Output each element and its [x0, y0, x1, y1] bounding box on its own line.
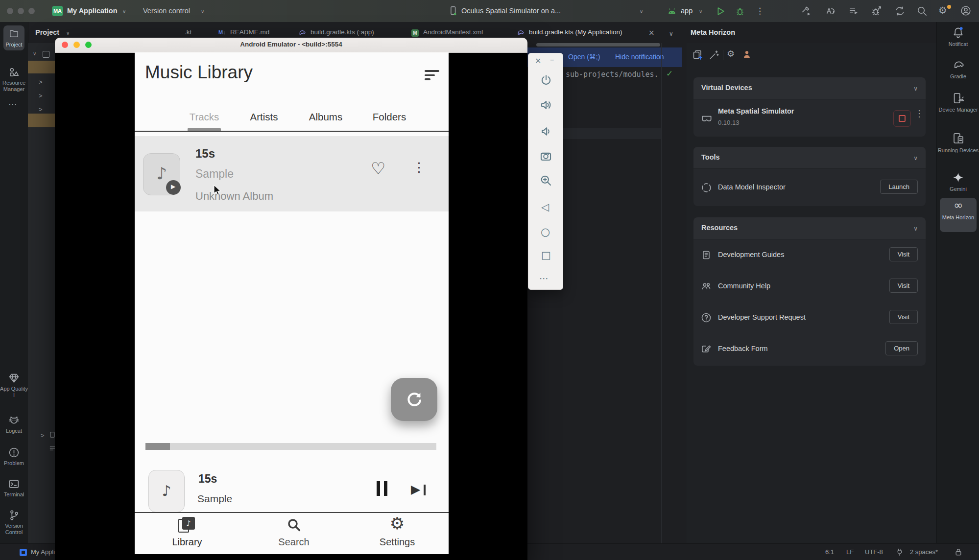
window-minimize-dim-icon[interactable]	[18, 8, 24, 14]
window-close-dim-icon[interactable]	[7, 8, 13, 14]
status-encoding[interactable]: UTF-8	[865, 548, 883, 556]
back-button[interactable]: ◁	[541, 201, 549, 213]
sidebar-item-app-quality[interactable]: App Quality I	[0, 386, 28, 398]
refresh-fab-button[interactable]	[391, 378, 437, 421]
tools-header[interactable]: Tools ∨	[693, 147, 926, 168]
more-options-button[interactable]: ⋯	[539, 273, 549, 283]
visit-button[interactable]: Visit	[889, 310, 918, 324]
tab-list-chevron-icon[interactable]: ∨	[669, 30, 673, 37]
notifications-bell-icon[interactable]	[952, 26, 965, 39]
track-menu-kebab-icon[interactable]: ⋮	[412, 160, 426, 175]
rerun-icon[interactable]	[825, 5, 836, 17]
visit-button[interactable]: Visit	[889, 279, 918, 293]
app-tab-artists[interactable]: Artists	[250, 111, 278, 123]
tab-kt[interactable]: .kt	[185, 28, 191, 36]
visit-button[interactable]: Visit	[889, 247, 918, 261]
overview-button[interactable]: □	[541, 249, 551, 261]
lock-icon[interactable]	[954, 548, 963, 557]
run-with-list-icon[interactable]	[848, 5, 860, 17]
running-devices-icon[interactable]	[952, 132, 965, 145]
app-tab-tracks[interactable]: Tracks	[190, 111, 219, 123]
sidebar-item-project[interactable]: Project	[3, 25, 24, 50]
magic-wand-icon[interactable]	[708, 49, 720, 61]
sidebar-item-problems[interactable]: Problem	[0, 460, 28, 467]
app-tab-albums[interactable]: Albums	[309, 111, 342, 123]
window-zoom-dim-icon[interactable]	[28, 8, 35, 14]
device-selector[interactable]: Oculus Spatial Simulator on a...	[461, 7, 561, 15]
inspection-ok-check-icon[interactable]: ✓	[666, 69, 673, 78]
editor-scrollbar[interactable]	[536, 43, 660, 47]
tree-collapse-arrow[interactable]: >	[39, 106, 43, 113]
sort-icon[interactable]	[425, 70, 440, 80]
emulator-close-icon[interactable]: ×	[535, 56, 541, 65]
logcat-cat-icon[interactable]	[8, 414, 20, 426]
nav-item-library[interactable]: ♪ Library	[164, 513, 210, 554]
menu-my-application[interactable]: My Application	[67, 7, 118, 15]
tab-gradle-app[interactable]: build.gradle.kts (:app)	[310, 28, 374, 36]
sidebar-item-notifications[interactable]: Notificat	[937, 41, 979, 47]
device-menu-kebab-icon[interactable]: ⋮	[915, 108, 924, 118]
app-quality-insights-icon[interactable]	[8, 372, 20, 384]
emulator-minimize-icon[interactable]: –	[550, 54, 554, 64]
notification-open-link[interactable]: Open (⌘;)	[568, 53, 600, 61]
virtual-devices-header[interactable]: Virtual Devices ∨	[693, 77, 926, 99]
nav-item-settings[interactable]: ⚙ Settings	[374, 513, 420, 554]
sidebar-item-running-devices[interactable]: Running Devices	[937, 147, 979, 154]
tree-collapse-arrow[interactable]: >	[41, 432, 45, 439]
tree-expand-icon[interactable]: ∨	[33, 51, 36, 56]
plugin-plug-icon[interactable]	[895, 548, 904, 557]
resources-header[interactable]: Resources ∨	[693, 217, 926, 239]
device-manager-icon[interactable]	[952, 92, 965, 105]
panel-settings-gear-icon[interactable]: ⚙	[727, 48, 735, 59]
favorite-heart-icon[interactable]: ♡	[371, 159, 385, 178]
app-tab-folders[interactable]: Folders	[373, 111, 406, 123]
sidebar-item-gemini[interactable]: Gemini	[937, 186, 979, 192]
account-avatar-icon[interactable]	[960, 5, 972, 17]
gemini-sparkle-icon[interactable]	[952, 171, 965, 184]
tree-collapse-arrow[interactable]: >	[39, 78, 43, 86]
status-indent[interactable]: 2 spaces*	[910, 548, 938, 556]
playback-progress-track[interactable]	[145, 443, 436, 450]
sidebar-item-meta-horizon[interactable]: ∞ Meta Horizon	[940, 198, 977, 232]
volume-up-button[interactable]	[539, 98, 552, 112]
notification-hide-link[interactable]: Hide notification	[615, 53, 664, 61]
sidebar-item-resource-manager[interactable]: Resource Manager	[0, 80, 28, 93]
power-button[interactable]	[540, 74, 552, 87]
more-actions-icon[interactable]: ⋮	[756, 6, 764, 16]
run-configuration[interactable]: app	[681, 7, 692, 15]
version-control-branch-icon[interactable]	[8, 509, 20, 521]
project-panel-title[interactable]: Project	[35, 28, 59, 36]
volume-down-button[interactable]	[539, 125, 552, 138]
terminal-icon[interactable]	[8, 478, 20, 490]
sidebar-item-logcat[interactable]: Logcat	[0, 428, 28, 434]
launch-button[interactable]: Launch	[880, 180, 918, 194]
search-everywhere-icon[interactable]	[916, 5, 928, 17]
emulator-titlebar[interactable]: Android Emulator - <build>:5554	[55, 38, 527, 53]
status-line-separator[interactable]: LF	[846, 548, 854, 556]
sidebar-item-terminal[interactable]: Terminal	[0, 491, 28, 498]
problems-icon[interactable]	[8, 446, 20, 459]
tab-readme[interactable]: README.md	[230, 28, 269, 36]
gradle-elephant-icon[interactable]	[952, 58, 965, 71]
tree-collapse-arrow[interactable]: >	[39, 92, 43, 99]
more-tool-windows-icon[interactable]: ⋯	[8, 99, 17, 109]
sidebar-item-device-manager[interactable]: Device Manager	[937, 107, 979, 113]
run-button[interactable]	[715, 6, 726, 17]
sidebar-item-gradle[interactable]: Gradle	[937, 73, 979, 80]
profile-person-icon[interactable]	[741, 49, 752, 60]
nav-item-search[interactable]: Search	[271, 513, 317, 554]
status-caret-position[interactable]: 6:1	[825, 548, 834, 556]
build-run-hammer-icon[interactable]	[801, 5, 812, 17]
create-project-icon[interactable]	[692, 49, 703, 61]
open-button[interactable]: Open	[885, 341, 918, 355]
menu-version-control[interactable]: Version control	[143, 7, 190, 15]
pause-button[interactable]	[377, 481, 387, 498]
screenshot-camera-button[interactable]	[539, 149, 552, 163]
close-tab-icon[interactable]: ×	[648, 28, 655, 37]
attach-debugger-icon[interactable]	[871, 5, 882, 17]
resource-manager-icon[interactable]	[8, 66, 20, 78]
sync-project-icon[interactable]	[894, 5, 906, 17]
zoom-button[interactable]	[539, 174, 552, 187]
home-button[interactable]: ○	[541, 226, 550, 238]
editor-code-line[interactable]: sub-projects/modules.	[566, 70, 659, 79]
